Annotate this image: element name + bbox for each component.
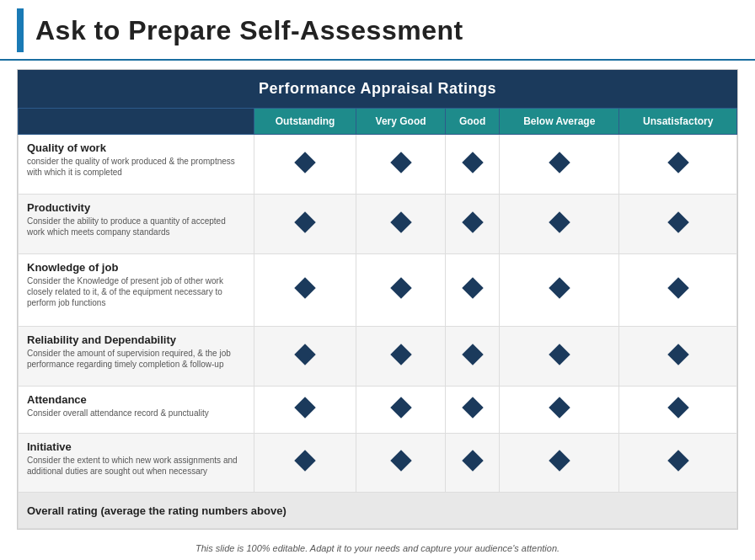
table-container: Performance Appraisal Ratings Outstandin… (17, 69, 738, 530)
rating-cell (500, 253, 619, 326)
rating-cell (254, 386, 356, 433)
col-header-good: Good (445, 109, 499, 135)
diamond-icon (294, 451, 315, 472)
diamond-icon (390, 278, 411, 299)
rating-cell (619, 253, 737, 326)
table-header-row: Outstanding Very Good Good Below Average… (19, 109, 737, 135)
rating-cell (254, 433, 356, 493)
footer-text: This slide is 100% editable. Adapt it to… (195, 543, 560, 553)
slide-header: Ask to Prepare Self-Assessment (0, 0, 755, 61)
appraisal-table: Outstanding Very Good Good Below Average… (18, 108, 737, 529)
table-title: Performance Appraisal Ratings (259, 80, 496, 97)
rating-cell (356, 386, 446, 433)
row-title: Knowledge of job (27, 261, 245, 274)
diamond-icon (462, 278, 483, 299)
rating-cell (356, 253, 446, 326)
diamond-icon (549, 278, 570, 299)
col-header-unsatisfactory: Unsatisfactory (619, 109, 737, 135)
page-title: Ask to Prepare Self-Assessment (35, 15, 463, 46)
rating-cell (445, 194, 499, 253)
rating-cell (500, 135, 619, 195)
diamond-icon (549, 152, 570, 173)
table-row: ProductivityConsider the ability to prod… (19, 194, 737, 253)
rating-cell (254, 327, 356, 387)
diamond-icon (390, 451, 411, 472)
rating-cell (619, 135, 737, 195)
rating-cell (356, 135, 446, 195)
diamond-icon (462, 451, 483, 472)
rating-cell (445, 253, 499, 326)
diamond-icon (294, 278, 315, 299)
diamond-icon (667, 451, 688, 472)
col-header-label (19, 109, 254, 135)
overall-rating-row: Overall rating (average the rating numbe… (19, 493, 737, 529)
diamond-icon (390, 152, 411, 173)
rating-cell (254, 135, 356, 195)
rating-cell (254, 194, 356, 253)
diamond-icon (667, 397, 688, 419)
rating-cell (254, 253, 356, 326)
diamond-icon (549, 397, 570, 419)
diamond-icon (462, 152, 483, 173)
rating-cell (500, 433, 619, 493)
table-row: Knowledge of jobConsider the Knowledge o… (19, 253, 737, 326)
row-title: Productivity (27, 201, 245, 214)
row-desc: Consider the ability to produce a quanti… (27, 216, 245, 237)
slide-container: Ask to Prepare Self-Assessment Performan… (0, 0, 755, 560)
row-desc: Consider the Knowledge of present job of… (27, 275, 245, 308)
table-title-row: Performance Appraisal Ratings (18, 70, 737, 108)
overall-rating-label: Overall rating (average the rating numbe… (19, 493, 737, 529)
row-desc: consider the quality of work produced & … (27, 156, 245, 178)
diamond-icon (294, 397, 315, 419)
diamond-icon (549, 451, 570, 472)
row-title: Quality of work (27, 141, 245, 154)
diamond-icon (462, 344, 483, 365)
table-row: InitiativeConsider the extent to which n… (19, 433, 737, 493)
diamond-icon (549, 344, 570, 365)
rating-cell (619, 194, 737, 253)
diamond-icon (390, 397, 411, 419)
diamond-icon (667, 211, 688, 232)
rating-cell (619, 433, 737, 493)
rating-cell (445, 433, 499, 493)
diamond-icon (462, 211, 483, 232)
row-label-cell: AttendanceConsider overall attendance re… (19, 386, 254, 433)
row-desc: Consider the amount of supervision requi… (27, 348, 245, 370)
diamond-icon (390, 344, 411, 365)
diamond-icon (549, 211, 570, 232)
diamond-icon (667, 152, 688, 173)
slide-footer: This slide is 100% editable. Adapt it to… (0, 535, 755, 560)
row-desc: Consider overall attendance record & pun… (27, 408, 245, 419)
slide-body: Performance Appraisal Ratings Outstandin… (0, 61, 755, 535)
rating-cell (445, 135, 499, 195)
table-row: AttendanceConsider overall attendance re… (19, 386, 737, 433)
diamond-icon (294, 152, 315, 173)
header-accent (17, 8, 24, 52)
rating-cell (619, 386, 737, 433)
row-label-cell: ProductivityConsider the ability to prod… (19, 194, 254, 253)
rating-cell (500, 327, 619, 387)
row-title: Reliability and Dependability (27, 333, 245, 346)
diamond-icon (462, 397, 483, 419)
row-title: Attendance (27, 393, 245, 406)
diamond-icon (294, 344, 315, 365)
rating-cell (356, 433, 446, 493)
table-row: Reliability and DependabilityConsider th… (19, 327, 737, 387)
diamond-icon (667, 344, 688, 365)
rating-cell (619, 327, 737, 387)
diamond-icon (294, 211, 315, 232)
table-row: Quality of workconsider the quality of w… (19, 135, 737, 195)
rating-cell (500, 386, 619, 433)
rating-cell (445, 327, 499, 387)
rating-cell (356, 194, 446, 253)
rating-cell (356, 327, 446, 387)
col-header-outstanding: Outstanding (254, 109, 356, 135)
rating-cell (445, 386, 499, 433)
row-desc: Consider the extent to which new work as… (27, 455, 245, 477)
rating-cell (500, 194, 619, 253)
row-label-cell: InitiativeConsider the extent to which n… (19, 433, 254, 493)
row-title: Initiative (27, 440, 245, 453)
col-header-very-good: Very Good (356, 109, 446, 135)
row-label-cell: Knowledge of jobConsider the Knowledge o… (19, 253, 254, 326)
col-header-below-average: Below Average (500, 109, 619, 135)
